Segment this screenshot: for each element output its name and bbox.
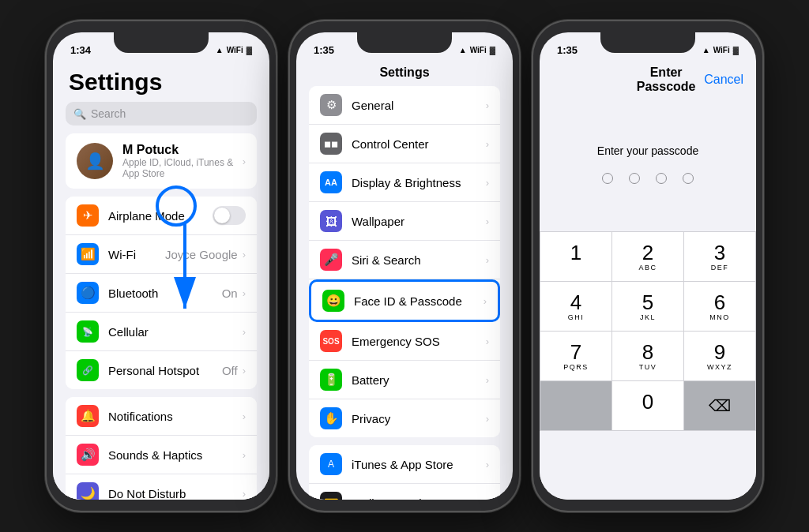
status-icons-3: ▲ WiFi ▓: [702, 46, 739, 54]
row-wallpaper[interactable]: 🖼 Wallpaper ›: [309, 202, 500, 241]
list-section-main: ⚙ General › ◼◼ Control Center › AA Displ…: [309, 86, 500, 437]
key-7[interactable]: 7 PQRS: [540, 332, 611, 380]
wifi-value: Joyce Google: [165, 248, 238, 261]
key-3[interactable]: 3 DEF: [684, 232, 755, 281]
row-notifications[interactable]: 🔔 Notifications ›: [66, 397, 257, 436]
cellular-label: Cellular: [108, 325, 243, 339]
passcode-prompt: Enter your passcode: [540, 144, 756, 157]
wifi-icon: 📶: [77, 243, 99, 265]
search-icon: 🔍: [73, 108, 86, 120]
row-sounds[interactable]: 🔊 Sounds & Haptics ›: [66, 436, 257, 474]
row-battery[interactable]: 🔋 Battery ›: [309, 361, 500, 399]
key-3-num: 3: [714, 242, 725, 263]
bluetooth-icon: 🔵: [77, 282, 99, 304]
row-siri[interactable]: 🎤 Siri & Search ›: [309, 241, 500, 279]
dot-2: [629, 173, 640, 184]
hotspot-value: Off: [222, 364, 238, 377]
time-3: 1:35: [557, 44, 578, 56]
row-general[interactable]: ⚙ General ›: [309, 86, 500, 125]
numpad: 1 2 ABC 3 DEF 4 GHI: [540, 231, 756, 431]
passcode-title: Enter Passcode: [628, 66, 704, 94]
itunes-chevron: ›: [486, 459, 489, 470]
key-5-letters: JKL: [640, 313, 656, 321]
phone-2-screen: 1:35 ▲ WiFi ▓ Settings ⚙ General ›: [296, 32, 513, 500]
row-bluetooth[interactable]: 🔵 Bluetooth On ›: [66, 274, 257, 313]
phone-3-screen: 1:35 ▲ WiFi ▓ Enter Passcode Cancel Ente…: [540, 32, 756, 500]
key-9-letters: WXYZ: [707, 363, 732, 371]
nav-title-2: Settings: [296, 62, 513, 86]
dot-1: [602, 173, 613, 184]
row-cellular[interactable]: 📡 Cellular ›: [66, 313, 257, 351]
key-1[interactable]: 1: [540, 232, 611, 281]
general-label: General: [352, 99, 486, 112]
phones-container: 1:34 ▲ WiFi ▓ Settings 🔍 Search 👤 M Pot: [47, 21, 762, 511]
key-9-num: 9: [714, 342, 725, 362]
key-9[interactable]: 9 WXYZ: [684, 332, 755, 380]
row-display[interactable]: AA Display & Brightness ›: [309, 163, 500, 202]
key-0[interactable]: 0: [612, 381, 683, 430]
key-delete[interactable]: ⌫: [684, 381, 755, 430]
itunes-label: iTunes & App Store: [352, 458, 486, 471]
signal-icon-2: ▲: [459, 46, 467, 54]
key-7-num: 7: [570, 342, 581, 362]
row-faceid[interactable]: 😀 Face ID & Passcode ›: [309, 279, 500, 322]
passcode-dots: [540, 173, 756, 184]
row-hotspot[interactable]: 🔗 Personal Hotspot Off ›: [66, 351, 257, 389]
bluetooth-label: Bluetooth: [108, 287, 222, 300]
key-empty: [540, 381, 611, 430]
sos-label: Emergency SOS: [352, 335, 486, 348]
phone1-content: Settings 🔍 Search 👤 M Potuck Apple ID, i…: [53, 62, 269, 500]
profile-name: M Potuck: [122, 143, 243, 157]
cc-chevron: ›: [486, 138, 489, 150]
row-wifi[interactable]: 📶 Wi-Fi Joyce Google ›: [66, 235, 257, 274]
key-2[interactable]: 2 ABC: [612, 232, 683, 281]
notch-2: [357, 32, 452, 53]
hotspot-label: Personal Hotspot: [108, 364, 222, 377]
profile-subtitle: Apple ID, iCloud, iTunes & App Store: [122, 157, 243, 179]
wifi-icon-2: WiFi: [470, 46, 487, 54]
row-sos[interactable]: SOS Emergency SOS ›: [309, 322, 500, 361]
row-itunes[interactable]: A iTunes & App Store ›: [309, 445, 500, 484]
wifi-chevron: ›: [243, 249, 246, 260]
list-section-store: A iTunes & App Store › 💳 Wallet & Apple …: [309, 445, 500, 500]
row-dnd[interactable]: 🌙 Do Not Disturb ›: [66, 474, 257, 500]
control-center-label: Control Center: [352, 137, 486, 151]
wallpaper-chevron: ›: [486, 215, 489, 227]
battery-label: Battery: [352, 373, 486, 387]
airplane-toggle[interactable]: [213, 206, 246, 225]
notifications-label: Notifications: [108, 410, 243, 423]
control-center-icon: ◼◼: [320, 133, 342, 155]
cancel-button[interactable]: Cancel: [704, 73, 743, 87]
wallet-icon: 💳: [320, 492, 342, 500]
battery-icon-3: ▓: [733, 46, 739, 54]
privacy-label: Privacy: [352, 412, 486, 425]
notch-3: [600, 32, 695, 53]
key-1-letters: [574, 264, 578, 272]
profile-info: M Potuck Apple ID, iCloud, iTunes & App …: [122, 143, 243, 179]
notifications-icon: 🔔: [77, 405, 99, 427]
wifi-label: Wi-Fi: [108, 248, 165, 261]
itunes-icon: A: [320, 453, 342, 475]
sounds-label: Sounds & Haptics: [108, 448, 243, 462]
row-airplane[interactable]: ✈ Airplane Mode: [66, 197, 257, 235]
profile-row[interactable]: 👤 M Potuck Apple ID, iCloud, iTunes & Ap…: [66, 133, 257, 189]
hotspot-icon: 🔗: [77, 359, 99, 381]
settings-title-1: Settings: [53, 62, 269, 102]
key-8[interactable]: 8 TUV: [612, 332, 683, 380]
settings-section-1: ✈ Airplane Mode 📶 Wi-Fi Joyce Google › 🔵…: [66, 197, 257, 389]
dot-4: [683, 173, 694, 184]
row-control-center[interactable]: ◼◼ Control Center ›: [309, 125, 500, 163]
row-privacy[interactable]: ✋ Privacy ›: [309, 399, 500, 437]
row-wallet[interactable]: 💳 Wallet & Apple Pay ›: [309, 484, 500, 500]
key-5[interactable]: 5 JKL: [612, 282, 683, 331]
key-6[interactable]: 6 MNO: [684, 282, 755, 331]
phone-1: 1:34 ▲ WiFi ▓ Settings 🔍 Search 👤 M Pot: [47, 21, 276, 511]
search-bar[interactable]: 🔍 Search: [66, 102, 257, 126]
key-0-letters: [646, 413, 649, 421]
search-placeholder: Search: [91, 107, 126, 120]
wifi-icon-3: WiFi: [713, 46, 730, 54]
siri-label: Siri & Search: [352, 253, 486, 267]
key-4[interactable]: 4 GHI: [540, 282, 611, 331]
cellular-icon: 📡: [77, 320, 99, 343]
key-8-num: 8: [642, 342, 653, 362]
